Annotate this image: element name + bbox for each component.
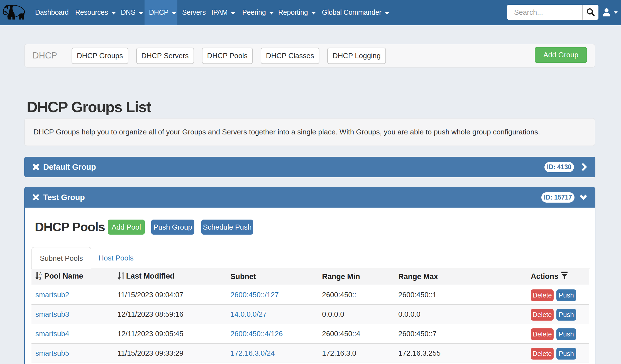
svg-text:Z: Z [39, 277, 41, 280]
svg-text:A: A [39, 272, 42, 276]
